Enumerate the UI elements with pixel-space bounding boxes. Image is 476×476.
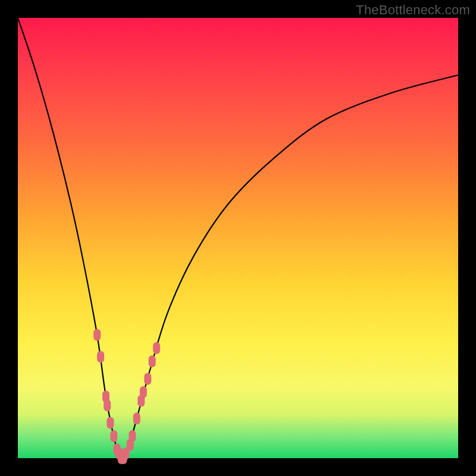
marker-point xyxy=(153,342,160,354)
marker-point xyxy=(149,355,156,367)
marker-point xyxy=(104,399,111,411)
bottleneck-curve xyxy=(18,18,458,459)
marker-point xyxy=(129,430,136,442)
marker-point xyxy=(110,430,117,442)
marker-point xyxy=(107,417,114,429)
marker-point xyxy=(97,351,104,363)
marker-point xyxy=(140,386,147,398)
chart-frame: TheBottleneck.com xyxy=(0,0,476,476)
marker-point xyxy=(133,412,140,424)
marker-point xyxy=(144,373,151,385)
marker-point xyxy=(93,329,101,341)
plot-area xyxy=(18,18,458,458)
watermark-label: TheBottleneck.com xyxy=(356,2,470,18)
highlight-markers xyxy=(93,329,160,464)
curve-layer xyxy=(18,18,458,458)
